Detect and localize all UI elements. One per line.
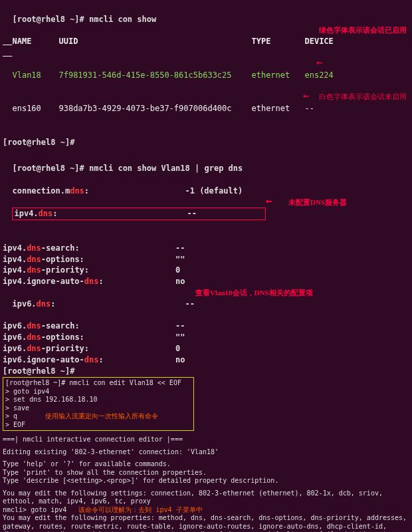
kv-row: ipv6.ignore-auto-dns:no — [3, 354, 409, 366]
col-uuid: UUID — [58, 36, 251, 47]
prompt: [root@rhel8 ~]# — [12, 15, 84, 24]
annot-goto: 该命令可以理解为：去到 ipv4 子菜单中 — [78, 506, 202, 513]
col-name: NAME — [12, 36, 58, 47]
kv-row: ipv4.dns-priority:0 — [3, 265, 409, 276]
kv-row: ipv4.dns-options:"" — [3, 254, 409, 265]
prompt: [root@rhel8 ~]# — [12, 164, 84, 173]
table-row: ens160938da7b3-4929-4073-be37-f907006d40… — [3, 92, 409, 136]
annot-heredoc: 使用输入流重定向一次性输入所有命令 — [45, 412, 158, 420]
kv-row: ipv4.dns:-- ← 未配置DNS服务器 — [3, 197, 409, 243]
kv-row: ipv6.dns-search:-- — [3, 321, 409, 332]
editor-output: ===| nmcli interactive connection editor… — [3, 432, 409, 532]
hl: dns — [39, 209, 53, 218]
arrow-icon: ← — [316, 59, 323, 67]
heredoc-block: [root@rhel8 ~]# nmcli con edit Vlan18 <<… — [3, 377, 194, 431]
prompt-line-2[interactable]: [root@rhel8 ~]# nmcli con show Vlan18 | … — [3, 152, 409, 174]
prompt-idle[interactable]: [root@rhel8 ~]# — [3, 137, 409, 148]
kv-row: ipv4.dns-search:-- — [3, 243, 409, 254]
annot-viewcfg: 查看Vlan18会话，DNS相关的配置项 — [195, 288, 313, 298]
kv-row: connection.mdns:-1 (default) — [3, 174, 409, 197]
table-header: NAMEUUIDTYPEDEVICE 绿色字体表示该会话已启用 — [3, 25, 409, 59]
col-device: DEVICE — [304, 36, 351, 47]
command: nmcli con show Vlan18 | grep dns — [89, 164, 243, 173]
hl: dns — [70, 186, 84, 196]
kv-row: ipv6.dns-options:"" — [3, 332, 409, 343]
arrow-icon: ← — [266, 197, 272, 205]
prompt-idle[interactable]: [root@rhel8 ~]# — [3, 366, 409, 377]
col-type: TYPE — [251, 36, 304, 47]
command: nmcli con show — [89, 15, 156, 24]
annot-nodns: 未配置DNS服务器 — [288, 198, 347, 207]
kv-row: ipv6.dns:-- 查看Vlan18会话，DNS相关的配置项 — [3, 287, 409, 321]
prompt-line-1[interactable]: [root@rhel8 ~]# nmcli con show — [3, 3, 409, 25]
arrow-icon: ← — [303, 92, 310, 100]
annot-white: 白色字体表示该会话未启用 — [319, 92, 407, 102]
kv-row: ipv6.dns-priority:0 — [3, 343, 409, 354]
table-row: Vlan187f981931-546d-415e-8550-861c5b633c… — [3, 59, 409, 92]
annot-green: 绿色字体表示该会话已启用 — [319, 25, 407, 35]
kv-row: ipv4.ignore-auto-dns:no — [3, 276, 409, 287]
